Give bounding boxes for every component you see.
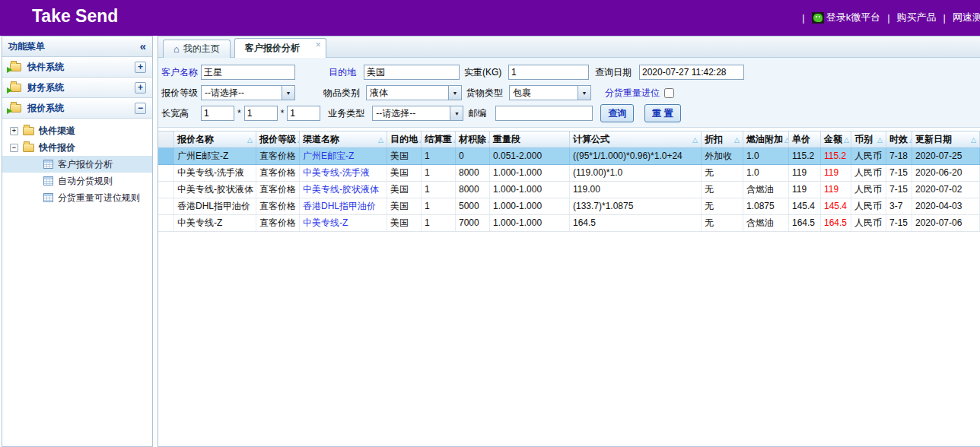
cell-fuel_surcharge: 1.0875 bbox=[743, 198, 789, 214]
folder-icon bbox=[10, 104, 21, 113]
cell-currency: 人民币 bbox=[851, 182, 886, 198]
cell-fuel_surcharge: 1.0 bbox=[743, 165, 789, 181]
cell-unit_price: 119 bbox=[789, 182, 821, 198]
table-row[interactable]: 广州E邮宝-Z直客价格广州E邮宝-Z美国100.051-2.000((95*1/… bbox=[158, 148, 980, 165]
cell-settle_weight: 1 bbox=[422, 182, 456, 198]
folder-arrow-icon bbox=[7, 87, 12, 94]
customer-name-label: 客户名称 bbox=[161, 66, 201, 79]
cell-amount: 119 bbox=[821, 165, 851, 181]
cell-destination: 美国 bbox=[387, 182, 422, 198]
folder-icon bbox=[10, 63, 21, 71]
column-header-channel_name[interactable]: 渠道名称△ bbox=[300, 132, 387, 147]
column-header-update_date[interactable]: 更新日期△ bbox=[912, 132, 980, 147]
home-icon: ⌂ bbox=[173, 43, 180, 55]
column-header-destination[interactable]: 目的地△ bbox=[387, 132, 422, 147]
sidebar-section-quote-system[interactable]: 报价系统 − bbox=[2, 98, 152, 119]
column-header-formula[interactable]: 计算公式△ bbox=[570, 132, 702, 147]
reset-button[interactable]: 重 置 bbox=[644, 104, 680, 122]
folder-arrow-icon bbox=[7, 67, 12, 73]
column-label: 更新日期 bbox=[915, 133, 952, 146]
customer-name-input[interactable] bbox=[201, 65, 295, 80]
channel-link[interactable]: 中美专线-Z bbox=[303, 217, 348, 228]
actual-weight-label: 实重(KG) bbox=[464, 66, 508, 79]
column-header-quote_name[interactable]: 报价名称△ bbox=[174, 132, 256, 147]
cell-volume_divisor: 8000 bbox=[456, 165, 490, 181]
cell-settle_weight: 1 bbox=[422, 148, 456, 164]
tree-node-express-quote[interactable]: − 快件报价 bbox=[2, 139, 152, 156]
table-row[interactable]: 中美专线-洗手液直客价格中美专线-洗手液美国180001.000-1.000(1… bbox=[158, 165, 980, 182]
channel-link[interactable]: 香港DHL指甲油价 bbox=[303, 201, 376, 211]
tab-customer-quote-analysis[interactable]: 客户报价分析 × bbox=[234, 38, 326, 58]
width-input[interactable] bbox=[244, 106, 278, 121]
cell-amount: 164.5 bbox=[821, 215, 851, 231]
chevron-down-icon[interactable]: ▼ bbox=[450, 106, 463, 120]
sort-icon: △ bbox=[971, 136, 976, 144]
cell-amount: 119 bbox=[821, 182, 851, 198]
expand-toggle-button[interactable]: + bbox=[135, 82, 146, 94]
item-category-select[interactable]: 液体 ▼ bbox=[366, 85, 462, 100]
business-type-label: 业务类型 bbox=[328, 107, 369, 120]
query-date-input[interactable] bbox=[639, 65, 744, 80]
channel-link[interactable]: 广州E邮宝-Z bbox=[303, 151, 354, 161]
column-label: 单价 bbox=[792, 133, 810, 146]
expand-toggle-button[interactable]: + bbox=[135, 62, 146, 73]
tree-leaf-auto-split-rule[interactable]: 自动分货规则 bbox=[2, 173, 152, 189]
cell-destination: 美国 bbox=[387, 165, 422, 181]
destination-input[interactable] bbox=[364, 65, 460, 80]
chevron-down-icon[interactable]: ▼ bbox=[282, 86, 294, 100]
row-selector bbox=[158, 148, 174, 164]
folder-icon bbox=[23, 144, 34, 152]
table-row[interactable]: 中美专线-Z直客价格中美专线-Z美国170001.000-1.000164.5无… bbox=[158, 215, 980, 232]
split-weight-carry-checkbox[interactable] bbox=[664, 88, 674, 98]
column-header-amount[interactable]: 金额△ bbox=[821, 132, 851, 147]
cell-volume_divisor: 5000 bbox=[456, 198, 490, 214]
cell-channel_name: 广州E邮宝-Z bbox=[300, 148, 387, 164]
tree-leaf-split-weight-carry-rule[interactable]: 分货重量可进位规则 bbox=[2, 189, 152, 206]
tree-leaf-customer-quote-analysis[interactable]: 客户报价分析 bbox=[2, 156, 152, 173]
column-header-settle_weight[interactable]: 结算重△ bbox=[422, 132, 456, 147]
postcode-input[interactable] bbox=[495, 106, 593, 121]
channel-link[interactable]: 中美专线-洗手液 bbox=[303, 167, 370, 178]
tree-expander-icon[interactable]: − bbox=[10, 144, 18, 152]
cell-formula: (119.00)*1.0 bbox=[570, 165, 702, 181]
tree-expander-icon[interactable]: + bbox=[10, 127, 18, 135]
cell-volume_divisor: 0 bbox=[456, 148, 490, 164]
length-input[interactable] bbox=[201, 106, 234, 121]
collapse-sidebar-icon[interactable]: « bbox=[140, 41, 146, 52]
speed-test-link[interactable]: 网速测试 bbox=[953, 11, 980, 24]
column-header-volume_divisor[interactable]: 材积除△ bbox=[456, 132, 490, 147]
collapse-toggle-button[interactable]: − bbox=[135, 103, 146, 114]
cell-destination: 美国 bbox=[387, 198, 422, 214]
channel-link[interactable]: 中美专线-胶状液体 bbox=[303, 184, 379, 195]
quote-level-select[interactable]: --请选择-- ▼ bbox=[201, 85, 295, 100]
chevron-down-icon[interactable]: ▼ bbox=[578, 86, 590, 100]
cell-currency: 人民币 bbox=[851, 215, 886, 231]
table-row[interactable]: 中美专线-胶状液体直客价格中美专线-胶状液体美国180001.000-1.000… bbox=[158, 182, 980, 198]
sort-icon: △ bbox=[844, 136, 849, 144]
table-row[interactable]: 香港DHL指甲油价直客价格香港DHL指甲油价美国150001.000-1.000… bbox=[158, 198, 980, 215]
sidebar-section-finance-system[interactable]: 财务系统 + bbox=[2, 78, 152, 98]
column-header-transit_time[interactable]: 时效△ bbox=[886, 132, 912, 147]
tab-label: 我的主页 bbox=[183, 43, 220, 55]
cell-quote_level: 直客价格 bbox=[256, 165, 300, 181]
cell-channel_name: 中美专线-胶状液体 bbox=[300, 182, 387, 198]
tree-node-label: 快件报价 bbox=[39, 141, 75, 154]
actual-weight-input[interactable] bbox=[508, 65, 589, 80]
separator: | bbox=[943, 12, 946, 24]
tree-node-express-channel[interactable]: + 快件渠道 bbox=[2, 122, 152, 139]
cargo-type-select[interactable]: 包裹 ▼ bbox=[509, 85, 591, 100]
tab-my-home[interactable]: ⌂ 我的主页 bbox=[163, 40, 231, 58]
login-kwei-link[interactable]: 登录k微平台 bbox=[812, 11, 881, 24]
height-input[interactable] bbox=[287, 106, 320, 121]
column-header-currency[interactable]: 币别△ bbox=[851, 132, 886, 147]
search-button[interactable]: 查询 bbox=[600, 104, 634, 122]
column-label: 计算公式 bbox=[573, 133, 609, 146]
column-header-quote_level[interactable]: 报价等级△ bbox=[256, 132, 300, 147]
buy-product-link[interactable]: 购买产品 bbox=[897, 11, 937, 24]
sidebar-section-express-system[interactable]: 快件系统 + bbox=[2, 57, 152, 78]
close-tab-icon[interactable]: × bbox=[316, 40, 321, 50]
business-type-select[interactable]: --请选择-- ▼ bbox=[372, 106, 463, 121]
column-header-discount[interactable]: 折扣△ bbox=[702, 132, 743, 147]
column-header-fuel_surcharge[interactable]: 燃油附加△ bbox=[743, 132, 789, 147]
chevron-down-icon[interactable]: ▼ bbox=[448, 86, 461, 100]
